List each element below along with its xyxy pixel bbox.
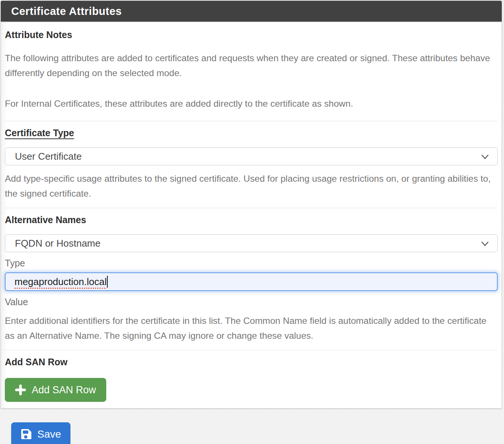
panel-heading: Certificate Attributes: [1, 1, 502, 22]
form-footer: Save: [0, 409, 504, 444]
alternative-names-help: Enter additional identifiers for the cer…: [5, 313, 495, 343]
section-add-san-row: Add SAN Row Add SAN Row: [5, 350, 498, 408]
san-type-select[interactable]: FQDN or Hostname: [5, 234, 498, 252]
panel-title: Certificate Attributes: [11, 5, 122, 18]
floppy-disk-icon: [21, 428, 32, 440]
panel-body: Attribute Notes The following attributes…: [1, 22, 502, 409]
alternative-names-heading: Alternative Names: [5, 214, 498, 225]
text-caret: [107, 276, 108, 288]
page: Certificate Attributes Attribute Notes T…: [0, 0, 504, 444]
certificate-type-select[interactable]: User Certificate: [5, 147, 498, 165]
add-san-row-button-label: Add SAN Row: [32, 384, 96, 396]
certificate-type-select-wrap: User Certificate: [5, 147, 498, 165]
section-alternative-names: Alternative Names FQDN or Hostname Type …: [5, 208, 498, 350]
san-value-label: Value: [5, 296, 498, 307]
add-san-row-button[interactable]: Add SAN Row: [5, 378, 106, 402]
section-attribute-notes: Attribute Notes The following attributes…: [5, 22, 498, 121]
san-type-select-wrap: FQDN or Hostname: [5, 234, 498, 252]
plus-icon: [15, 384, 26, 395]
save-button-label: Save: [37, 428, 61, 440]
san-type-label: Type: [5, 257, 498, 269]
certificate-type-help: Add type-specific usage attributes to th…: [5, 171, 495, 201]
attribute-notes-paragraph-1: The following attributes are added to ce…: [5, 51, 495, 81]
section-certificate-type: Certificate Type User Certificate Add ty…: [5, 121, 498, 208]
san-value-input[interactable]: megaproduction.local: [5, 272, 498, 291]
save-button[interactable]: Save: [11, 422, 70, 444]
certificate-type-heading: Certificate Type: [5, 127, 498, 138]
san-value-text: megaproduction.local: [15, 276, 107, 288]
attribute-notes-heading: Attribute Notes: [5, 29, 498, 40]
add-san-row-heading: Add SAN Row: [5, 356, 498, 368]
certificate-attributes-panel: Certificate Attributes Attribute Notes T…: [1, 1, 502, 409]
attribute-notes-paragraph-2: For Internal Certificates, these attribu…: [5, 96, 495, 111]
